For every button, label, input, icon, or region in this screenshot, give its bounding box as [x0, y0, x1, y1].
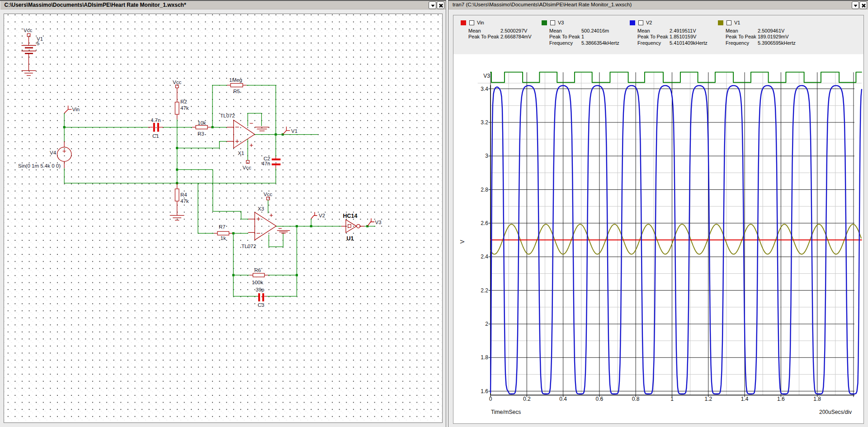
- svg-text:R4: R4: [180, 192, 187, 197]
- svg-text:3: 3: [485, 153, 488, 159]
- svg-text:C2: C2: [264, 156, 270, 161]
- svg-text:R6: R6: [255, 267, 261, 273]
- svg-text:Vcc: Vcc: [243, 165, 251, 170]
- svg-text:V2: V2: [319, 213, 325, 218]
- svg-text:R3: R3: [198, 131, 204, 136]
- svg-text:0.4: 0.4: [559, 396, 567, 402]
- svg-text:1.8: 1.8: [813, 396, 821, 402]
- svg-text:X1: X1: [238, 150, 244, 156]
- svg-text:R7: R7: [219, 224, 226, 230]
- svg-text:5: 5: [37, 41, 39, 46]
- svg-text:V3: V3: [375, 220, 382, 225]
- svg-text:HC14: HC14: [343, 213, 358, 219]
- svg-text:3.2: 3.2: [481, 119, 488, 126]
- svg-text:R2: R2: [180, 99, 187, 104]
- svg-text:1.8: 1.8: [481, 354, 488, 361]
- svg-text:Sin(0 1m 5.4k 0 0): Sin(0 1m 5.4k 0 0): [18, 163, 61, 169]
- svg-text:V1: V1: [291, 128, 297, 134]
- svg-text:10k: 10k: [198, 120, 206, 126]
- svg-text:47n: 47n: [262, 161, 270, 166]
- svg-text:Vcc: Vcc: [24, 28, 32, 33]
- svg-text:1.2: 1.2: [704, 396, 712, 402]
- svg-text:TL072: TL072: [241, 244, 256, 249]
- svg-text:V3: V3: [483, 73, 490, 79]
- svg-text:Vcc: Vcc: [264, 192, 272, 197]
- svg-text:1.4: 1.4: [741, 396, 749, 402]
- svg-text:100k: 100k: [252, 280, 263, 285]
- svg-text:U1: U1: [347, 235, 354, 242]
- svg-text:2.4: 2.4: [481, 253, 488, 260]
- svg-text:C1: C1: [152, 133, 159, 139]
- svg-text:TL072: TL072: [220, 113, 235, 118]
- svg-text:2.8: 2.8: [481, 187, 488, 193]
- svg-text:1Meg: 1Meg: [229, 77, 242, 83]
- svg-text:4.7n: 4.7n: [151, 117, 160, 123]
- svg-text:0.6: 0.6: [596, 396, 604, 402]
- svg-text:0.2: 0.2: [523, 396, 531, 402]
- svg-text:1: 1: [670, 396, 674, 402]
- svg-text:Vin: Vin: [72, 107, 80, 112]
- svg-text:V: V: [459, 240, 466, 244]
- svg-text:0: 0: [489, 396, 492, 402]
- svg-text:R5: R5: [233, 89, 240, 94]
- svg-text:3.4: 3.4: [481, 86, 488, 92]
- svg-text:V4: V4: [50, 150, 57, 155]
- svg-text:2: 2: [485, 321, 488, 327]
- svg-text:200uSecs/div: 200uSecs/div: [819, 409, 852, 415]
- svg-text:39p: 39p: [256, 287, 264, 292]
- svg-text:0.8: 0.8: [632, 396, 640, 402]
- svg-text:1.6: 1.6: [481, 388, 488, 394]
- svg-text:2.2: 2.2: [481, 287, 488, 294]
- svg-text:47k: 47k: [180, 198, 189, 204]
- svg-text:Time/mSecs: Time/mSecs: [491, 409, 521, 415]
- svg-text:47k: 47k: [180, 105, 189, 111]
- svg-text:X3: X3: [258, 206, 264, 211]
- svg-text:1k: 1k: [221, 235, 226, 241]
- svg-text:C3: C3: [258, 302, 264, 308]
- svg-text:2.6: 2.6: [481, 220, 488, 226]
- svg-text:1.6: 1.6: [777, 396, 785, 402]
- svg-text:Vcc: Vcc: [173, 80, 181, 85]
